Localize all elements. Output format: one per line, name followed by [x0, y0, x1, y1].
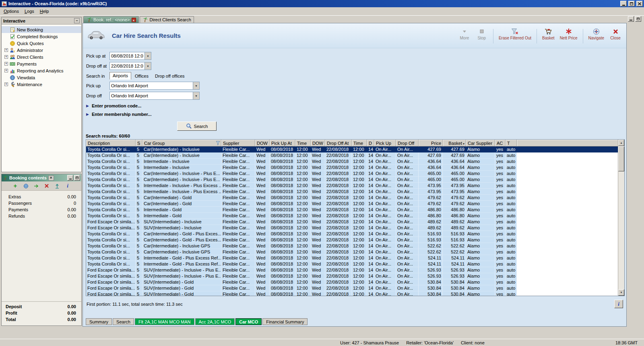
- close-window-button[interactable]: [636, 1, 643, 6]
- column-header-description[interactable]: Description: [86, 140, 136, 146]
- result-row[interactable]: Toyota Corolla Or si...5Car(Intermediate…: [86, 231, 618, 237]
- result-row[interactable]: Ford Escape Or simila...5SUV(Intermediat…: [86, 279, 618, 285]
- expand-plus-icon[interactable]: +: [4, 62, 8, 66]
- column-header-supplier[interactable]: Supplier: [221, 140, 255, 146]
- pickup-dropdown-icon[interactable]: ▼: [193, 82, 199, 89]
- expand-plus-icon[interactable]: +: [4, 69, 8, 72]
- export-icon[interactable]: [54, 183, 60, 189]
- result-row[interactable]: Ford Escape Or simila...5SUV(Intermediat…: [86, 291, 618, 296]
- result-row[interactable]: Ford Escape Or simila...5SUV(Intermediat…: [86, 267, 618, 273]
- sidebar-item-new-booking[interactable]: New Booking: [2, 26, 81, 33]
- result-row[interactable]: Toyota Corolla Or si...5Car(Intermediate…: [86, 171, 618, 177]
- column-header-dow[interactable]: DOW: [255, 140, 270, 146]
- nett-price-button[interactable]: Nett Price: [560, 28, 578, 40]
- dropoff-combo-input[interactable]: [110, 92, 193, 99]
- sidebar-item-payments[interactable]: +Payments: [2, 60, 81, 67]
- search-in-tab-offices[interactable]: Offices: [132, 73, 151, 80]
- promotion-code-expander[interactable]: ▶ Enter promotion code...: [86, 103, 626, 108]
- column-header-price[interactable]: Price: [419, 140, 443, 146]
- column-header-car-group[interactable]: Car Group: [142, 140, 221, 146]
- result-row[interactable]: Toyota Corolla Or si...5Car(Intermediate…: [86, 249, 618, 255]
- sidebar-item-completed-bookings[interactable]: Completed Bookings: [2, 33, 81, 40]
- expand-plus-icon[interactable]: +: [4, 55, 8, 59]
- bottom-tab-summary[interactable]: Summary: [86, 318, 112, 325]
- transfer-icon[interactable]: [33, 183, 39, 189]
- pickup-combo-input[interactable]: [110, 82, 193, 89]
- sidebar-item-maintenance[interactable]: +Maintenance: [2, 81, 81, 88]
- sidebar-item-direct-clients[interactable]: +Direct Clients: [2, 54, 81, 60]
- result-row[interactable]: Toyota Corolla Or si...5Intermediate - I…: [86, 189, 618, 195]
- pickup-at-dropdown-icon[interactable]: ▼: [144, 52, 151, 60]
- result-row[interactable]: Toyota Corolla Or si...5Intermediate - G…: [86, 261, 618, 267]
- doc-minimize-icon[interactable]: [628, 16, 634, 22]
- column-header-pick-up[interactable]: Pick Up: [374, 140, 396, 146]
- column-header-ac[interactable]: AC: [495, 140, 506, 146]
- doc-tab-direct-clients-search[interactable]: Direct Clients Search: [140, 16, 194, 23]
- scrollbar-thumb[interactable]: [618, 146, 624, 171]
- sidebar-item-administrator[interactable]: +Administrator: [2, 47, 81, 54]
- info-button[interactable]: i: [614, 300, 623, 308]
- collapse-panel-icon[interactable]: –: [74, 18, 80, 23]
- result-row[interactable]: Toyota Corolla Or si...5Car(Intermediate…: [86, 243, 618, 249]
- doc-tab-book-ref-none[interactable]: Book. ref.: <none>x: [83, 16, 139, 23]
- result-row[interactable]: Toyota Corolla Or si...5Car(Intermediate…: [86, 201, 618, 207]
- tab-close-icon[interactable]: x: [132, 18, 136, 22]
- sidebar-item-quick-quotes[interactable]: Quick Quotes: [2, 40, 81, 47]
- result-row[interactable]: Toyota Corolla Or si...5Intermediate - G…: [86, 213, 618, 219]
- result-row[interactable]: Toyota Corolla Or si...5Intermediate - I…: [86, 159, 618, 165]
- column-header-dow[interactable]: DOW: [311, 140, 325, 146]
- booking-contents-restore-icon[interactable]: [74, 175, 80, 181]
- result-row[interactable]: Toyota Corolla Or si...5Car(Intermediate…: [86, 146, 618, 152]
- menu-logs[interactable]: Logs: [22, 8, 37, 15]
- result-row[interactable]: Toyota Corolla Or si...5Intermediate - I…: [86, 165, 618, 171]
- erase-filtered-out-button[interactable]: Erase Filtered Out: [499, 28, 531, 40]
- doc-restore-icon[interactable]: [635, 16, 641, 22]
- booking-contents-close-icon[interactable]: ✕: [48, 175, 54, 181]
- column-header-t[interactable]: T: [506, 140, 517, 146]
- result-row[interactable]: Toyota Corolla Or si...5Car(Intermediate…: [86, 195, 618, 201]
- booking-contents-minimize-icon[interactable]: [67, 175, 73, 181]
- sidebar-item-reporting-and-analytics[interactable]: +Reporting and Analytics: [2, 67, 81, 74]
- expand-plus-icon[interactable]: +: [4, 48, 8, 52]
- result-row[interactable]: Toyota Corolla Or si...5Intermediate - G…: [86, 255, 618, 261]
- sidebar-item-viewdata[interactable]: Viewdata: [2, 74, 81, 81]
- search-button[interactable]: Search: [177, 122, 217, 131]
- maximize-button[interactable]: [628, 1, 635, 6]
- result-row[interactable]: Toyota Corolla Or si...5Intermediate - I…: [86, 183, 618, 189]
- dropoff-at-dropdown-icon[interactable]: ▼: [144, 62, 151, 70]
- menu-options[interactable]: Options: [1, 8, 22, 15]
- expand-plus-icon[interactable]: +: [4, 82, 8, 86]
- column-header-d[interactable]: D: [367, 140, 374, 146]
- dropoff-dropdown-icon[interactable]: ▼: [193, 92, 199, 99]
- globe-icon[interactable]: [23, 183, 29, 189]
- info-icon[interactable]: i: [65, 183, 70, 189]
- result-row[interactable]: Toyota Corolla Or si...5Intermediate - G…: [86, 207, 618, 213]
- pickup-at-input[interactable]: [110, 52, 144, 60]
- add-icon[interactable]: +: [12, 183, 18, 189]
- search-in-tab-drop-off-offices[interactable]: Drop off offices: [152, 73, 188, 80]
- bottom-tab-acc-2a-1c-mco[interactable]: Acc 2A,1C MCO: [195, 318, 235, 325]
- minimize-button[interactable]: [620, 1, 627, 6]
- search-in-tab-airports[interactable]: Airports: [109, 72, 131, 80]
- column-header-time[interactable]: Time: [352, 140, 367, 146]
- result-row[interactable]: Ford Escape Or simila...5SUV(Intermediat…: [86, 225, 618, 231]
- scroll-down-icon[interactable]: ▼: [618, 289, 624, 296]
- result-row[interactable]: Toyota Corolla Or si...5Car(Intermediate…: [86, 237, 618, 243]
- column-header-s[interactable]: S: [136, 140, 142, 146]
- vertical-scrollbar[interactable]: ▲ ▼: [618, 140, 624, 296]
- menu-help[interactable]: Help: [37, 8, 52, 15]
- bottom-tab-car-mco[interactable]: Car MCO: [235, 318, 262, 325]
- bottom-tab-flt-2a-1c-man-mco-man[interactable]: Flt 2A,1C MAN MCO MAN: [135, 318, 194, 325]
- column-header-drop-off[interactable]: Drop Off: [396, 140, 419, 146]
- bottom-tab-search[interactable]: Search: [113, 318, 134, 325]
- membership-number-expander[interactable]: ▶ Enter membership number...: [86, 112, 626, 117]
- delete-icon[interactable]: [44, 183, 50, 189]
- result-row[interactable]: Ford Escape Or simila...5SUV(Intermediat…: [86, 285, 618, 291]
- filter-icon[interactable]: [216, 141, 220, 146]
- column-header-drop-off-at[interactable]: Drop Off At: [325, 140, 352, 146]
- basket-button[interactable]: Basket: [542, 28, 555, 40]
- column-header-pick-up-at[interactable]: Pick Up At: [270, 140, 295, 146]
- column-header-car-supplier[interactable]: Car Supplier: [466, 140, 495, 146]
- dropoff-at-input[interactable]: [110, 62, 144, 70]
- close-button[interactable]: Close: [609, 28, 621, 40]
